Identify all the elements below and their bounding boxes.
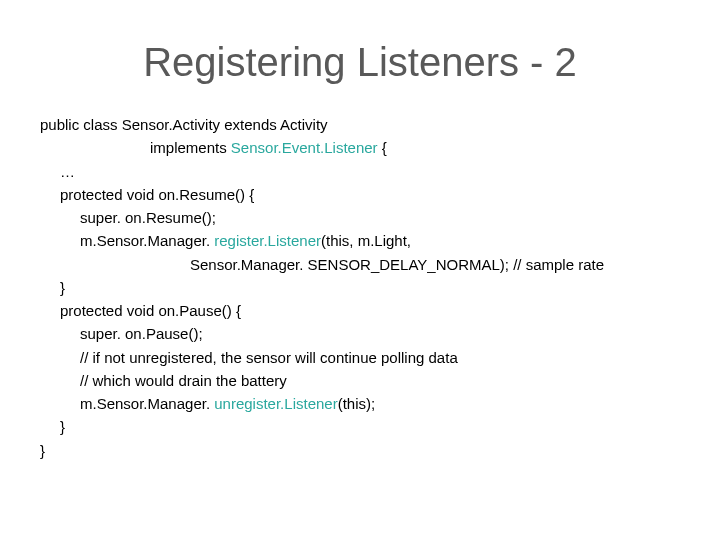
code-highlight: register.Listener bbox=[214, 232, 321, 249]
code-line: implements Sensor.Event.Listener { bbox=[40, 136, 680, 159]
code-line: Sensor.Manager. SENSOR_DELAY_NORMAL); //… bbox=[40, 253, 680, 276]
code-line: // which would drain the battery bbox=[40, 369, 680, 392]
code-line: public class Sensor.Activity extends Act… bbox=[40, 113, 680, 136]
code-text: m.Sensor.Manager. bbox=[80, 395, 214, 412]
code-text: m.Sensor.Manager. bbox=[80, 232, 214, 249]
code-line: } bbox=[40, 439, 680, 462]
code-line: … bbox=[40, 160, 680, 183]
code-text: (this, m.Light, bbox=[321, 232, 411, 249]
code-text: (this); bbox=[338, 395, 376, 412]
code-block: public class Sensor.Activity extends Act… bbox=[40, 113, 680, 462]
code-line: protected void on.Resume() { bbox=[40, 183, 680, 206]
slide-title: Registering Listeners - 2 bbox=[40, 40, 680, 85]
code-line: } bbox=[40, 415, 680, 438]
code-highlight: Sensor.Event.Listener bbox=[231, 139, 378, 156]
code-line: super. on.Resume(); bbox=[40, 206, 680, 229]
code-highlight: unregister.Listener bbox=[214, 395, 337, 412]
code-line: m.Sensor.Manager. unregister.Listener(th… bbox=[40, 392, 680, 415]
code-line: m.Sensor.Manager. register.Listener(this… bbox=[40, 229, 680, 252]
code-line: } bbox=[40, 276, 680, 299]
code-line: // if not unregistered, the sensor will … bbox=[40, 346, 680, 369]
code-line: super. on.Pause(); bbox=[40, 322, 680, 345]
code-line: protected void on.Pause() { bbox=[40, 299, 680, 322]
slide: Registering Listeners - 2 public class S… bbox=[0, 0, 720, 540]
code-text: { bbox=[378, 139, 387, 156]
code-text: implements bbox=[150, 139, 231, 156]
